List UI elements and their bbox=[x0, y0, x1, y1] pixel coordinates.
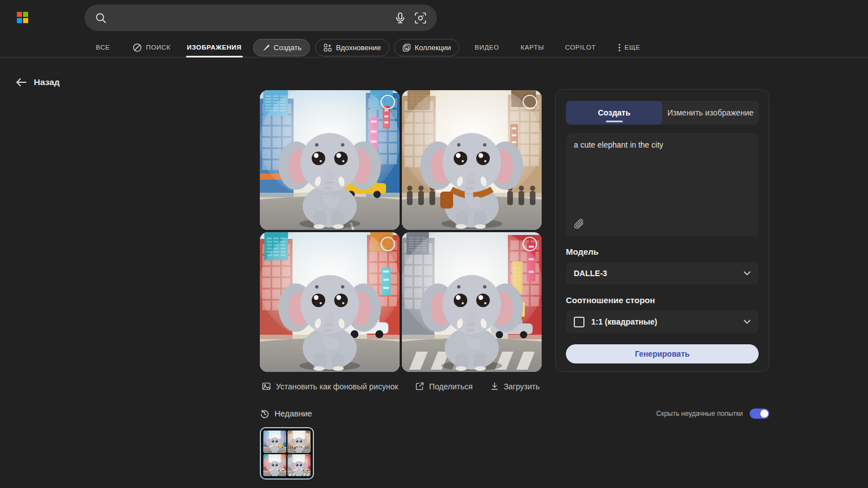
tab-edit-label: Изменить изображение bbox=[667, 108, 754, 117]
set-background-button[interactable]: Установить как фоновый рисунок bbox=[262, 381, 398, 391]
tab-create-image[interactable]: Создать bbox=[566, 101, 662, 125]
recent-label: Недавние bbox=[274, 409, 312, 418]
chevron-down-icon bbox=[743, 320, 751, 324]
search-input[interactable] bbox=[113, 13, 388, 23]
thumb-image-2 bbox=[287, 431, 311, 453]
image-actions-row: Установить как фоновый рисунок Поделитьс… bbox=[260, 381, 542, 391]
generated-image-2[interactable] bbox=[402, 90, 542, 230]
download-icon bbox=[490, 381, 499, 391]
generate-button[interactable]: Генерировать bbox=[566, 344, 759, 363]
top-bar: ВСЕ ПОИСК ИЗОБРАЖЕНИЯ Создать Вдохновени… bbox=[0, 0, 868, 57]
chevron-down-icon bbox=[743, 271, 751, 276]
globe-search-icon bbox=[132, 43, 142, 52]
tab-all[interactable]: ВСЕ bbox=[96, 37, 110, 57]
aspect-ratio-value: 1:1 (квадратные) bbox=[591, 317, 657, 326]
brush-icon bbox=[262, 43, 270, 52]
tab-video-label: ВИДЕО bbox=[475, 44, 499, 51]
main-nav: ВСЕ ПОИСК ИЗОБРАЖЕНИЯ Создать Вдохновени… bbox=[96, 37, 640, 57]
visual-search-icon[interactable] bbox=[414, 12, 427, 24]
tab-search[interactable]: ПОИСК bbox=[132, 37, 170, 57]
tab-more-label: ЕЩЕ bbox=[625, 44, 640, 51]
tab-edit-image[interactable]: Изменить изображение bbox=[662, 101, 759, 125]
aspect-ratio-label: Соотношение сторон bbox=[566, 295, 759, 305]
create-nav-label: Создать bbox=[274, 43, 302, 52]
search-bar[interactable] bbox=[85, 5, 437, 31]
attach-icon[interactable] bbox=[573, 219, 585, 230]
square-ratio-icon bbox=[574, 317, 584, 327]
recent-thumbnail-selected[interactable] bbox=[260, 427, 314, 480]
tab-images[interactable]: ИЗОБРАЖЕНИЯ bbox=[187, 37, 242, 57]
prompt-box: a cute elephant in the city bbox=[566, 133, 759, 236]
model-value: DALLE-3 bbox=[574, 269, 607, 278]
hide-failed-toggle[interactable] bbox=[750, 409, 769, 419]
create-nav-button[interactable]: Создать bbox=[253, 39, 310, 56]
panel-tabs: Создать Изменить изображение bbox=[566, 101, 759, 125]
recent-section-header: Недавние Скрыть неудачные попытки bbox=[260, 407, 769, 420]
prompt-input[interactable]: a cute elephant in the city bbox=[566, 133, 759, 218]
collections-icon bbox=[402, 43, 411, 52]
download-button[interactable]: Загрузить bbox=[490, 381, 540, 391]
set-background-label: Установить как фоновый рисунок bbox=[276, 382, 398, 391]
collections-nav-button[interactable]: Коллекции bbox=[394, 39, 460, 56]
toggle-knob bbox=[760, 410, 768, 418]
select-image-3-circle[interactable] bbox=[380, 237, 395, 251]
back-button[interactable]: Назад bbox=[16, 77, 60, 87]
tab-all-label: ВСЕ bbox=[96, 44, 110, 51]
share-icon bbox=[415, 381, 424, 391]
select-image-4-circle[interactable] bbox=[522, 237, 537, 251]
wallpaper-icon bbox=[262, 381, 271, 391]
creation-panel: Создать Изменить изображение a cute elep… bbox=[555, 89, 769, 372]
tab-copilot-label: COPILOT bbox=[565, 44, 596, 51]
ellipsis-vertical-icon bbox=[618, 43, 621, 52]
tab-video[interactable]: ВИДЕО bbox=[475, 37, 499, 57]
tab-search-label: ПОИСК bbox=[146, 44, 170, 51]
tab-copilot[interactable]: COPILOT bbox=[565, 37, 596, 57]
tab-create-label: Создать bbox=[598, 108, 631, 117]
select-image-1-circle[interactable] bbox=[380, 95, 395, 109]
aspect-ratio-select[interactable]: 1:1 (квадратные) bbox=[566, 310, 759, 333]
tab-maps[interactable]: КАРТЫ bbox=[521, 37, 544, 57]
tab-maps-label: КАРТЫ bbox=[521, 44, 544, 51]
model-select[interactable]: DALLE-3 bbox=[566, 262, 759, 285]
arrow-left-icon bbox=[16, 78, 26, 87]
sparkle-grid-icon bbox=[324, 43, 332, 52]
generated-image-grid bbox=[260, 90, 542, 372]
share-button[interactable]: Поделиться bbox=[415, 381, 472, 391]
microsoft-logo[interactable] bbox=[17, 12, 28, 23]
inspiration-nav-label: Вдохновение bbox=[336, 43, 381, 52]
search-icon bbox=[95, 12, 107, 24]
select-image-2-circle[interactable] bbox=[522, 95, 537, 109]
download-label: Загрузить bbox=[504, 382, 540, 391]
inspiration-nav-button[interactable]: Вдохновение bbox=[315, 39, 389, 56]
hide-failed-label: Скрыть неудачные попытки bbox=[656, 410, 743, 418]
thumb-image-3 bbox=[263, 454, 286, 477]
history-icon bbox=[260, 409, 269, 419]
back-label: Назад bbox=[34, 77, 60, 87]
recent-thumbnail-grid bbox=[263, 431, 311, 476]
tab-more[interactable]: ЕЩЕ bbox=[618, 37, 640, 57]
tab-images-label: ИЗОБРАЖЕНИЯ bbox=[187, 44, 242, 51]
generated-image-1[interactable] bbox=[260, 90, 400, 230]
generated-image-4[interactable] bbox=[402, 232, 542, 372]
recent-title: Недавние bbox=[260, 409, 312, 419]
model-label: Модель bbox=[566, 247, 759, 256]
generated-image-3[interactable] bbox=[260, 232, 400, 372]
thumb-image-1 bbox=[263, 431, 286, 453]
collections-nav-label: Коллекции bbox=[415, 43, 451, 52]
thumb-image-4 bbox=[287, 454, 311, 477]
share-label: Поделиться bbox=[429, 382, 472, 391]
microphone-icon[interactable] bbox=[394, 12, 406, 24]
